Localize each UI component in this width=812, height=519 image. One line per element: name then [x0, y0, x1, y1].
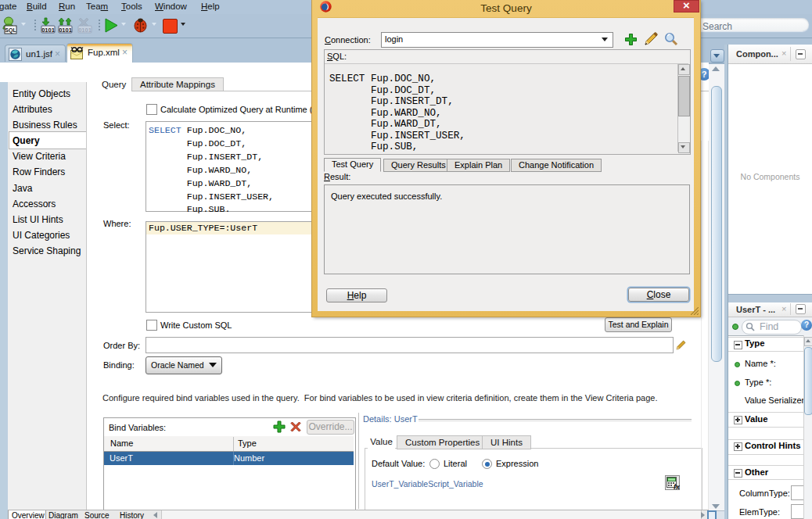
svg-text:fx: fx	[674, 483, 680, 491]
svg-text:0101: 0101	[59, 27, 72, 34]
svg-text:0101: 0101	[78, 27, 92, 34]
svg-text:0101: 0101	[41, 27, 55, 34]
svg-text:SQL: SQL	[5, 27, 16, 34]
